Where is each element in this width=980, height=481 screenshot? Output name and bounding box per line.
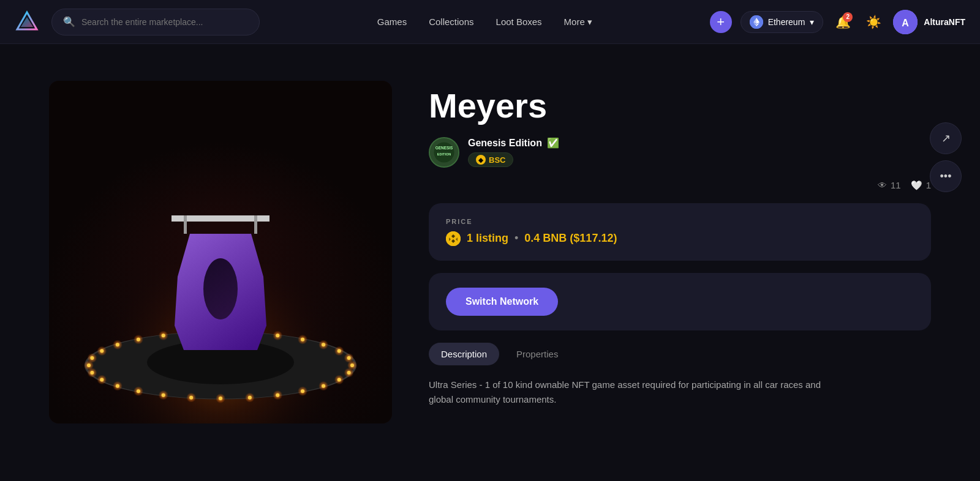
share-icon: ↗ — [941, 132, 951, 145]
description-text: Ultra Series - 1 of 10 kind ownable NFT … — [429, 378, 845, 407]
views-count: 11 — [891, 180, 901, 190]
search-bar[interactable]: 🔍 — [51, 9, 260, 35]
network-selector[interactable]: Ethereum ▾ — [741, 11, 824, 33]
network-chevron: ▾ — [810, 17, 814, 27]
collection-name-row: Genesis Edition ✅ — [468, 137, 559, 149]
notifications-badge: 2 — [843, 12, 853, 22]
fab-container: ↗ ••• — [930, 122, 962, 192]
logo[interactable] — [15, 10, 39, 34]
more-icon: ••• — [940, 170, 952, 183]
chain-badge: ◆ BSC — [468, 152, 559, 167]
nft-image — [49, 81, 392, 423]
heart-icon: 🤍 — [911, 180, 922, 191]
user-profile[interactable]: A AlturaNFT — [893, 10, 965, 34]
price-card: PRICE 1 listing • 0.4 BNB ($117.12) — [429, 203, 931, 261]
search-icon: 🔍 — [63, 16, 75, 28]
price-value: 1 listing • 0.4 BNB ($117.12) — [446, 231, 914, 246]
nav-more[interactable]: More ▾ — [564, 17, 592, 28]
search-input[interactable] — [81, 17, 248, 27]
notifications-button[interactable]: 🔔 2 — [832, 11, 854, 33]
theme-toggle[interactable]: ☀️ — [862, 11, 884, 33]
bsc-icon: ◆ — [476, 155, 486, 165]
tab-description[interactable]: Description — [429, 343, 499, 365]
verified-icon: ✅ — [547, 137, 559, 149]
svg-text:GENESIS: GENESIS — [435, 146, 453, 150]
svg-text:A: A — [902, 18, 910, 28]
collection-avatar[interactable]: GENESIS EDITION — [429, 137, 459, 168]
tabs-row: Description Properties — [429, 343, 931, 365]
bnb-icon — [446, 231, 461, 246]
svg-point-13 — [446, 231, 461, 246]
ethereum-icon — [750, 15, 763, 29]
eye-icon: 👁 — [878, 180, 887, 190]
switch-network-card: Switch Network — [429, 273, 931, 330]
sun-icon: ☀️ — [866, 15, 881, 29]
nav-collections[interactable]: Collections — [429, 17, 473, 27]
likes-stat: 🤍 1 — [911, 180, 931, 191]
switch-network-button[interactable]: Switch Network — [446, 288, 558, 316]
tab-properties[interactable]: Properties — [504, 343, 570, 365]
collection-row: GENESIS EDITION Genesis Edition ✅ ◆ BSC — [429, 137, 931, 168]
network-name: Ethereum — [768, 17, 805, 27]
main-nav: Games Collections Loot Boxes More ▾ — [272, 17, 698, 28]
nft-title: Meyers — [429, 87, 931, 125]
price-amount: 0.4 BNB ($117.12) — [524, 232, 617, 245]
user-name: AlturaNFT — [924, 17, 965, 27]
price-label: PRICE — [446, 218, 914, 225]
collection-name[interactable]: Genesis Edition — [468, 138, 542, 149]
nav-games[interactable]: Games — [377, 17, 407, 27]
avatar: A — [893, 10, 918, 34]
nav-right: + Ethereum ▾ 🔔 2 ☀️ — [710, 10, 965, 34]
bsc-badge: ◆ BSC — [468, 152, 513, 167]
price-separator: • — [514, 232, 518, 245]
main-content: Meyers GENESIS EDITION Genesis Edition ✅ — [0, 44, 980, 460]
collection-info: Genesis Edition ✅ ◆ BSC — [468, 137, 559, 167]
svg-text:EDITION: EDITION — [437, 152, 451, 155]
more-fab[interactable]: ••• — [930, 160, 962, 192]
views-stat: 👁 11 — [878, 180, 901, 190]
create-button[interactable]: + — [710, 11, 732, 33]
header: 🔍 Games Collections Loot Boxes More ▾ + — [0, 0, 980, 44]
nft-details: Meyers GENESIS EDITION Genesis Edition ✅ — [429, 81, 931, 407]
stats-row: 👁 11 🤍 1 — [429, 180, 931, 191]
share-fab[interactable]: ↗ — [930, 122, 962, 154]
price-listing: 1 listing — [467, 232, 508, 245]
nav-loot-boxes[interactable]: Loot Boxes — [496, 17, 542, 27]
